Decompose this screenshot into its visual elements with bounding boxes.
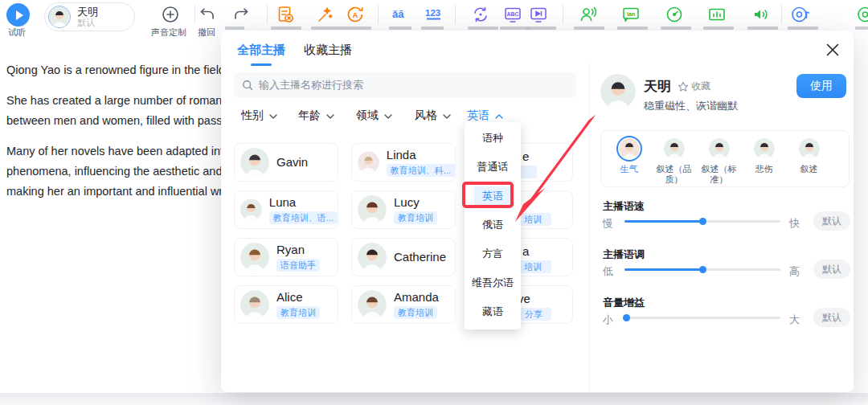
filter-gender[interactable]: 性别 xyxy=(241,108,277,123)
slider-thumb[interactable] xyxy=(699,218,706,225)
meter-bars-icon xyxy=(707,5,727,24)
filter-age[interactable]: 年龄 xyxy=(298,108,334,123)
anchor-card-amanda[interactable]: Amanda教育培训 xyxy=(351,285,456,324)
chevron-down-icon xyxy=(326,114,334,119)
loop-play-button[interactable] xyxy=(471,5,490,24)
emotion-avatar xyxy=(796,136,822,162)
anchor-card-linda[interactable]: Linda教育培训、科... xyxy=(351,143,456,182)
anchor-card-luna[interactable]: Luna教育培训、语... xyxy=(234,190,338,229)
anchor-card-gavin[interactable]: Gavin xyxy=(234,143,338,182)
emotion-avatar xyxy=(661,136,687,162)
close-icon xyxy=(826,43,839,56)
toolbar-divider xyxy=(781,5,782,24)
speed-slider[interactable] xyxy=(624,220,780,223)
tab-all-anchors[interactable]: 全部主播 xyxy=(237,43,285,66)
svg-text:ǎā: ǎā xyxy=(392,8,404,20)
clear-text-button[interactable] xyxy=(276,5,295,24)
pitch-slider-label: 主播语调 xyxy=(603,248,645,262)
anchor-card-ryan[interactable]: Ryan语音助手 xyxy=(234,238,338,276)
clipped-label xyxy=(389,27,411,30)
anchor-name: Linda xyxy=(387,149,455,162)
slider-thumb[interactable] xyxy=(623,314,630,321)
tab-favorite-anchors[interactable]: 收藏主播 xyxy=(304,43,352,58)
dropdown-item-uyghur[interactable]: 维吾尔语 xyxy=(465,268,521,297)
favorite-toggle[interactable]: 收藏 xyxy=(678,80,710,93)
emotion-selector: 生气 叙述（品质） 叙述（标准） 悲伤 叙述 xyxy=(600,130,850,187)
local-pitch-button[interactable] xyxy=(707,5,727,24)
emotion-narrate-standard[interactable]: 叙述（标准） xyxy=(698,136,740,186)
toolbar-divider xyxy=(563,5,563,24)
voice-selector-pill[interactable]: 天明 默认 xyxy=(44,2,135,31)
search-icon xyxy=(242,80,253,91)
anchor-tag: 教育培训 xyxy=(394,306,437,319)
auto-read-button[interactable]: A xyxy=(346,5,365,24)
abc-monitor-icon: ABC xyxy=(503,5,522,24)
search-placeholder: 输入主播名称进行搜索 xyxy=(259,78,363,92)
anchor-name: Alice xyxy=(276,291,320,304)
text-editor[interactable]: Qiong Yao is a renowned figure in the fi… xyxy=(6,61,222,399)
dropdown-item-dialect[interactable]: 方言 xyxy=(465,239,521,268)
pitch-slider[interactable] xyxy=(624,268,780,271)
editor-line: making her an important and influential … xyxy=(6,182,222,202)
toolbar-divider xyxy=(455,5,456,24)
ian-bubble-icon: ian xyxy=(621,5,641,24)
anchor-avatar xyxy=(240,243,269,272)
anchor-card-alice[interactable]: Alice教育培训 xyxy=(234,285,338,324)
close-button[interactable] xyxy=(826,43,839,56)
dropdown-item-tibetan[interactable]: 藏语 xyxy=(465,297,521,326)
undo-button[interactable] xyxy=(198,5,217,24)
editor-line: Many of her novels have been adapted int… xyxy=(6,142,222,162)
anchor-tag-fragment: 分享 xyxy=(516,308,551,321)
pitch-default-button[interactable]: 默认 xyxy=(813,260,850,279)
emotion-narrate-quality[interactable]: 叙述（品质） xyxy=(653,136,695,186)
pinyin-button[interactable]: ǎā xyxy=(391,5,410,24)
anchor-tag: 教育培训 xyxy=(394,211,437,224)
local-speed-button[interactable] xyxy=(665,5,684,24)
chevron-down-icon xyxy=(443,114,451,119)
voice-custom-button[interactable] xyxy=(161,5,180,24)
clipped-label xyxy=(526,27,556,30)
anchor-name: Amanda xyxy=(394,291,439,304)
clipped-label xyxy=(225,27,244,30)
local-volume-button[interactable] xyxy=(751,5,771,24)
speedometer-icon xyxy=(665,5,684,24)
anchor-card-catherine[interactable]: Catherine xyxy=(351,238,456,276)
use-voice-button[interactable]: 使用 xyxy=(796,74,846,98)
toolbar-divider xyxy=(267,5,268,24)
anchor-avatar xyxy=(358,148,379,177)
volume-slider[interactable] xyxy=(624,317,780,319)
preview-video-button[interactable] xyxy=(529,5,548,24)
subtitle-button[interactable]: ABC xyxy=(503,5,522,24)
anchor-card-lucy[interactable]: Lucy教育培训 xyxy=(351,190,456,229)
emotion-avatar xyxy=(616,136,642,162)
volume-default-button[interactable]: 默认 xyxy=(813,308,850,327)
svg-text:A: A xyxy=(353,10,358,19)
music-disc-icon xyxy=(791,5,810,24)
number-reading-button[interactable]: 123 xyxy=(424,5,444,24)
emotion-sad[interactable]: 悲伤 xyxy=(743,136,785,186)
background-music-button[interactable] xyxy=(791,5,810,24)
redo-button[interactable] xyxy=(231,5,251,24)
magic-polish-button[interactable] xyxy=(316,5,335,24)
filter-domain[interactable]: 领域 xyxy=(356,108,392,123)
clipped-disc-icon xyxy=(857,5,868,24)
emotion-narrate[interactable]: 叙述 xyxy=(788,136,830,186)
anchor-select-modal: 全部主播 收藏主播 输入主播名称进行搜索 性别 年龄 领域 风格 英语 Gavi… xyxy=(221,31,854,392)
slider-thumb[interactable] xyxy=(699,266,706,273)
polyphonic-button[interactable]: ian xyxy=(621,5,641,24)
anchor-avatar xyxy=(240,195,262,224)
play-audition-button[interactable] xyxy=(6,3,30,27)
anchor-tag: 教育培训 xyxy=(276,306,320,319)
emotion-avatar xyxy=(751,136,777,162)
editor-line: between men and women, filled with passi… xyxy=(6,112,222,132)
filter-style[interactable]: 风格 xyxy=(415,108,451,123)
anchor-avatar xyxy=(358,290,387,319)
editor-line: Qiong Yao is a renowned figure in the fi… xyxy=(6,61,222,81)
detail-anchor-name: 天明 xyxy=(644,77,671,96)
speed-default-button[interactable]: 默认 xyxy=(813,211,850,231)
partial-toolbar-icon[interactable] xyxy=(857,5,868,24)
svg-text:123: 123 xyxy=(425,8,440,18)
slider-fill xyxy=(624,268,702,271)
multi-voice-button[interactable] xyxy=(579,5,598,24)
emotion-angry[interactable]: 生气 xyxy=(608,136,650,186)
